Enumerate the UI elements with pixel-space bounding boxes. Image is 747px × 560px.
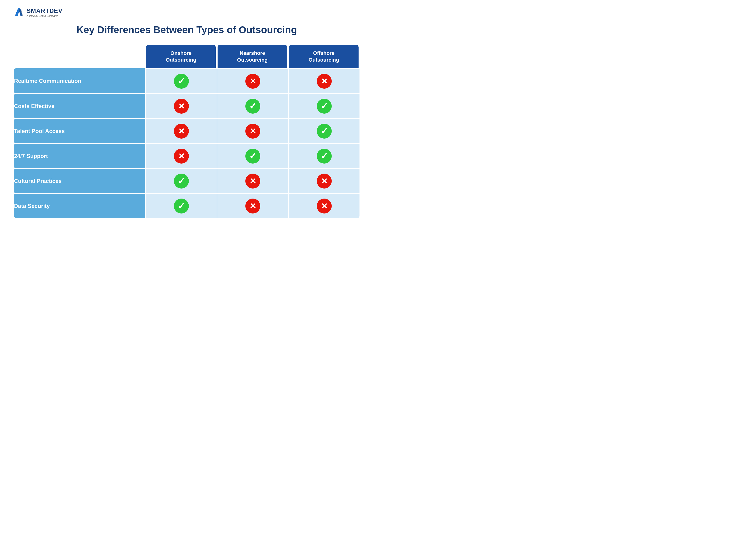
table-row: Talent Pool Access	[14, 118, 360, 143]
onshore-header-label: OnshoreOutsourcing	[146, 45, 216, 69]
cell-5-1	[216, 193, 288, 218]
cell-0-1	[216, 69, 288, 93]
cell-3-1	[216, 143, 288, 168]
logo-subtitle: A Verysell Group Company	[27, 15, 62, 17]
cell-2-1	[216, 118, 288, 143]
row-label-1: Costs Effective	[14, 93, 145, 118]
logo-area: SMARTDEV A Verysell Group Company	[14, 7, 62, 17]
check-icon	[246, 149, 260, 164]
svg-marker-1	[19, 9, 23, 16]
comparison-table: OnshoreOutsourcing NearshoreOutsourcing …	[14, 45, 360, 218]
nearshore-header-label: NearshoreOutsourcing	[217, 45, 287, 69]
logo-text-block: SMARTDEV A Verysell Group Company	[27, 7, 62, 17]
offshore-header-label: OffshoreOutsourcing	[289, 45, 359, 69]
cross-icon	[317, 74, 332, 89]
row-label-2: Talent Pool Access	[14, 118, 145, 143]
header-onshore: OnshoreOutsourcing	[145, 45, 216, 69]
header-nearshore: NearshoreOutsourcing	[216, 45, 288, 69]
cell-1-2	[288, 93, 360, 118]
check-icon	[317, 124, 332, 139]
table-row: Data Security	[14, 193, 360, 218]
cell-3-0	[145, 143, 216, 168]
cell-4-0	[145, 168, 216, 193]
cell-4-1	[216, 168, 288, 193]
cell-4-2	[288, 168, 360, 193]
check-icon	[246, 99, 260, 114]
row-label-3: 24/7 Support	[14, 143, 145, 168]
table-row: 24/7 Support	[14, 143, 360, 168]
row-label-4: Cultural Practices	[14, 168, 145, 193]
cell-0-0	[145, 69, 216, 93]
check-icon	[174, 174, 189, 189]
cell-0-2	[288, 69, 360, 93]
table-header-row: OnshoreOutsourcing NearshoreOutsourcing …	[14, 45, 360, 69]
cross-icon	[174, 149, 189, 164]
cross-icon	[317, 198, 332, 213]
cross-icon	[246, 174, 260, 189]
logo-brand: SMARTDEV	[27, 7, 62, 15]
cell-5-2	[288, 193, 360, 218]
cell-5-0	[145, 193, 216, 218]
header-empty-cell	[14, 45, 145, 69]
row-label-0: Realtime Communication	[14, 69, 145, 93]
check-icon	[317, 99, 332, 114]
check-icon	[317, 149, 332, 164]
row-label-5: Data Security	[14, 193, 145, 218]
cell-2-0	[145, 118, 216, 143]
header-offshore: OffshoreOutsourcing	[288, 45, 360, 69]
cell-1-1	[216, 93, 288, 118]
cross-icon	[317, 174, 332, 189]
check-icon	[174, 74, 189, 89]
cross-icon	[246, 74, 260, 89]
cross-icon	[246, 198, 260, 213]
logo-icon	[14, 7, 24, 17]
cross-icon	[246, 124, 260, 139]
cross-icon	[174, 99, 189, 114]
table-row: Costs Effective	[14, 93, 360, 118]
table-row: Realtime Communication	[14, 69, 360, 93]
table-row: Cultural Practices	[14, 168, 360, 193]
check-icon	[174, 198, 189, 213]
page-title: Key Differences Between Types of Outsour…	[14, 24, 360, 35]
cell-2-2	[288, 118, 360, 143]
cell-3-2	[288, 143, 360, 168]
cell-1-0	[145, 93, 216, 118]
cross-icon	[174, 124, 189, 139]
